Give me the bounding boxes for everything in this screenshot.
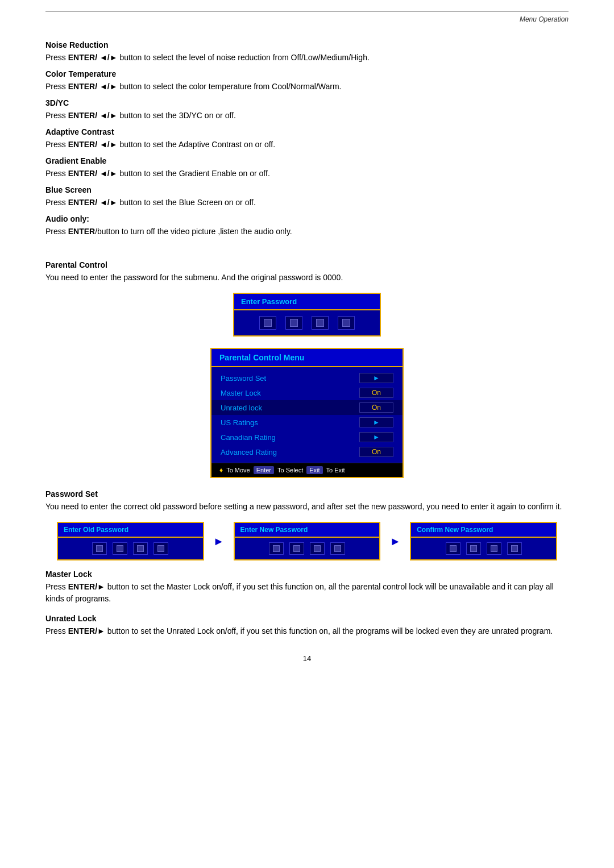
menu-value-advanced-rating: On xyxy=(359,447,393,457)
old-pw-dot-2 xyxy=(117,545,123,552)
color-temperature-title: Color Temperature xyxy=(45,69,569,78)
menu-value-unrated-lock: On xyxy=(359,402,393,413)
page-header: Menu Operation xyxy=(45,11,569,23)
enter-btn[interactable]: Enter xyxy=(254,466,274,474)
enter-new-password-title: Enter New Password xyxy=(235,523,380,538)
confirm-pw-box-3[interactable] xyxy=(487,542,501,555)
menu-label-password-set: Password Set xyxy=(221,374,266,383)
enter-new-password-body xyxy=(235,538,380,559)
menu-row-canadian-rating[interactable]: Canadian Rating ► xyxy=(211,430,403,445)
menu-row-us-ratings[interactable]: US Ratings ► xyxy=(211,415,403,430)
password-dialog-body xyxy=(234,310,380,335)
enter-old-password-dialog: Enter Old Password xyxy=(57,522,204,560)
to-select-label: To Select xyxy=(277,467,303,474)
3dyc-section: 3D/YC Press ENTER/ ◄/► button to set the… xyxy=(45,98,569,122)
password-set-title: Password Set xyxy=(45,489,569,499)
confirm-new-password-dialog: Confirm New Password xyxy=(410,522,557,560)
menu-label-master-lock: Master Lock xyxy=(221,389,261,397)
parental-menu-body: Password Set ► Master Lock On Unrated lo… xyxy=(211,367,403,463)
parental-control-intro: You need to enter the password for the s… xyxy=(45,272,569,284)
audio-only-title: Audio only: xyxy=(45,214,569,223)
password-box-3[interactable] xyxy=(312,316,329,330)
confirm-new-password-body xyxy=(411,538,556,559)
old-pw-box-1[interactable] xyxy=(92,542,107,555)
unrated-lock-title: Unrated Lock xyxy=(45,614,569,623)
enter-old-password-title: Enter Old Password xyxy=(58,523,203,538)
old-pw-box-3[interactable] xyxy=(133,542,148,555)
arrow-to-new-pw: ► xyxy=(213,535,225,548)
master-lock-title: Master Lock xyxy=(45,570,569,579)
enter-old-password-body xyxy=(58,538,203,559)
unrated-lock-section: Unrated Lock Press ENTER/► button to set… xyxy=(45,614,569,637)
new-pw-box-3[interactable] xyxy=(310,542,325,555)
parental-control-section: Parental Control You need to enter the p… xyxy=(45,260,569,478)
to-exit-label: To Exit xyxy=(326,467,345,474)
password-dot-2 xyxy=(290,319,298,327)
3dyc-title: 3D/YC xyxy=(45,98,569,107)
gradient-enable-body: Press ENTER/ ◄/► button to set the Gradi… xyxy=(45,168,569,180)
password-set-body: You need to enter the correct old passwo… xyxy=(45,501,569,513)
confirm-pw-dot-1 xyxy=(450,545,457,552)
password-dot-3 xyxy=(316,319,324,327)
audio-only-body: Press ENTER/button to turn off the video… xyxy=(45,226,569,238)
arrow-to-confirm-pw: ► xyxy=(389,535,401,548)
enter-new-password-dialog: Enter New Password xyxy=(234,522,381,560)
parental-menu-title: Parental Control Menu xyxy=(211,349,403,367)
password-dot-1 xyxy=(264,319,272,327)
unrated-lock-body: Press ENTER/► button to set the Unrated … xyxy=(45,625,569,637)
password-set-dialogs: Enter Old Password ► Enter New Password … xyxy=(57,522,557,560)
noise-reduction-section: Noise Reduction Press ENTER/ ◄/► button … xyxy=(45,40,569,64)
password-box-4[interactable] xyxy=(338,316,355,330)
menu-row-master-lock[interactable]: Master Lock On xyxy=(211,385,403,400)
menu-row-advanced-rating[interactable]: Advanced Rating On xyxy=(211,445,403,459)
move-arrow-icon: ♦ xyxy=(219,466,223,474)
confirm-pw-box-1[interactable] xyxy=(446,542,460,555)
noise-reduction-title: Noise Reduction xyxy=(45,40,569,49)
noise-reduction-body: Press ENTER/ ◄/► button to select the le… xyxy=(45,52,569,64)
3dyc-body: Press ENTER/ ◄/► button to set the 3D/YC… xyxy=(45,110,569,122)
blue-screen-title: Blue Screen xyxy=(45,185,569,194)
menu-row-password-set[interactable]: Password Set ► xyxy=(211,371,403,385)
old-pw-box-2[interactable] xyxy=(113,542,127,555)
menu-value-password-set: ► xyxy=(359,373,393,383)
blue-screen-body: Press ENTER/ ◄/► button to set the Blue … xyxy=(45,197,569,209)
gradient-enable-title: Gradient Enable xyxy=(45,156,569,165)
old-pw-dot-1 xyxy=(96,545,103,552)
confirm-pw-box-4[interactable] xyxy=(507,542,522,555)
master-lock-body: Press ENTER/► button to set the Master L… xyxy=(45,581,569,605)
password-set-section: Password Set You need to enter the corre… xyxy=(45,489,569,560)
menu-value-canadian-rating: ► xyxy=(359,432,393,442)
new-pw-box-4[interactable] xyxy=(330,542,345,555)
menu-label-advanced-rating: Advanced Rating xyxy=(221,448,277,456)
enter-password-dialog: Enter Password xyxy=(233,293,381,337)
new-pw-dot-4 xyxy=(334,545,341,552)
menu-row-unrated-lock[interactable]: Unrated lock On xyxy=(211,400,403,415)
blue-screen-section: Blue Screen Press ENTER/ ◄/► button to s… xyxy=(45,185,569,209)
enter-password-title: Enter Password xyxy=(234,294,380,310)
password-box-1[interactable] xyxy=(259,316,276,330)
menu-value-master-lock: On xyxy=(359,388,393,398)
confirm-pw-dot-4 xyxy=(511,545,518,552)
new-pw-box-2[interactable] xyxy=(289,542,304,555)
new-pw-dot-3 xyxy=(314,545,321,552)
password-dot-4 xyxy=(342,319,350,327)
menu-label-us-ratings: US Ratings xyxy=(221,418,258,427)
new-pw-dot-2 xyxy=(293,545,300,552)
menu-label-canadian-rating: Canadian Rating xyxy=(221,433,276,442)
menu-value-us-ratings: ► xyxy=(359,417,393,427)
audio-only-section: Audio only: Press ENTER/button to turn o… xyxy=(45,214,569,238)
confirm-new-password-title: Confirm New Password xyxy=(411,523,556,538)
exit-btn[interactable]: Exit xyxy=(306,466,322,474)
page-number: 14 xyxy=(45,654,569,663)
new-pw-box-1[interactable] xyxy=(269,542,284,555)
adaptive-contrast-title: Adaptive Contrast xyxy=(45,127,569,136)
confirm-pw-dot-3 xyxy=(491,545,497,552)
gradient-enable-section: Gradient Enable Press ENTER/ ◄/► button … xyxy=(45,156,569,180)
confirm-pw-box-2[interactable] xyxy=(466,542,481,555)
confirm-pw-dot-2 xyxy=(470,545,477,552)
color-temperature-body: Press ENTER/ ◄/► button to select the co… xyxy=(45,81,569,93)
old-pw-box-4[interactable] xyxy=(154,542,168,555)
parental-menu-footer: ♦ To Move Enter To Select Exit To Exit xyxy=(211,463,403,477)
password-box-2[interactable] xyxy=(285,316,302,330)
to-move-label: To Move xyxy=(226,467,250,474)
